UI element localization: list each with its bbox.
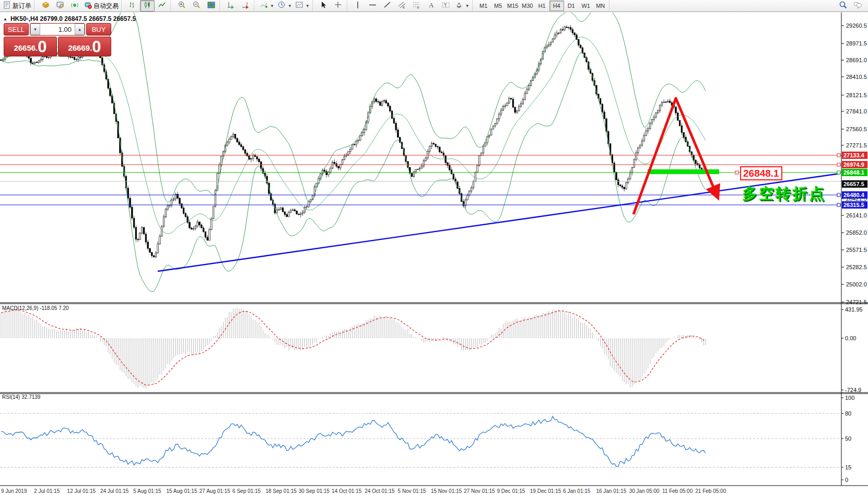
- zoom-out-button[interactable]: [189, 0, 204, 11]
- timeframe-h1-button[interactable]: H1: [535, 1, 549, 11]
- price-tick-label: 27271.5: [846, 142, 867, 148]
- date-tick-label: 5 Aug 01:15: [133, 488, 161, 494]
- date-tick-label: 6 Jan 01:15: [563, 488, 591, 494]
- timeframe-mn-button[interactable]: MN: [593, 1, 608, 11]
- rsi-line: [1, 417, 706, 467]
- chart-canvas: 29260.528971.528691.028410.528121.527841…: [0, 13, 868, 495]
- crosshair-button[interactable]: [331, 0, 346, 11]
- auto-scroll-button[interactable]: [224, 0, 238, 11]
- volume-input[interactable]: 1.00: [40, 24, 75, 35]
- price-marker-label: 26848.1: [843, 169, 864, 176]
- auto-scroll-icon: [227, 1, 236, 11]
- macd-axis-label: -724.9: [845, 387, 861, 393]
- svg-text:T: T: [444, 3, 447, 8]
- timeframe-m5-button[interactable]: M5: [491, 1, 506, 11]
- sell-price-button[interactable]: 26656.0: [4, 37, 57, 56]
- channel-button[interactable]: E: [395, 0, 409, 11]
- line-handle[interactable]: [837, 203, 840, 206]
- indicators-icon: [260, 1, 268, 11]
- community-button[interactable]: [850, 0, 865, 11]
- price-tick-label: 29260.5: [846, 22, 867, 29]
- new-order-icon: [3, 1, 11, 11]
- line-chart-button[interactable]: [155, 0, 169, 11]
- text-button[interactable]: A: [424, 0, 439, 11]
- zoom-in-button[interactable]: [174, 0, 189, 11]
- signals-button[interactable]: [67, 0, 82, 11]
- price-tick-label: 24721.5: [846, 299, 867, 305]
- sell-button[interactable]: SELL: [4, 23, 29, 36]
- price-level-callout[interactable]: 26848.1: [740, 166, 782, 180]
- date-tick-label: 9 Jun 2019: [1, 488, 27, 494]
- volume-increase-button[interactable]: ▲: [75, 24, 85, 35]
- candle-chart-button[interactable]: [140, 0, 155, 11]
- hline-button[interactable]: [366, 0, 380, 11]
- timeframe-h4-button[interactable]: H4: [549, 1, 564, 11]
- cursor-button[interactable]: [316, 0, 331, 11]
- turning-point-annotation[interactable]: 多空转折点: [742, 183, 826, 204]
- timeframe-w1-button[interactable]: W1: [579, 1, 593, 11]
- terminal-button[interactable]: [53, 0, 67, 11]
- line-handle[interactable]: [837, 163, 840, 166]
- toolbar-separator: [609, 1, 612, 11]
- chart-shift-button[interactable]: [238, 0, 253, 11]
- hline-icon: [368, 1, 377, 11]
- date-tick-label: 6 Sep 01:15: [232, 488, 261, 494]
- new-order-label: 新订单: [13, 2, 31, 10]
- bollinger-middle-band: [1, 37, 706, 234]
- dropdown-arrow-icon: ▼: [465, 4, 470, 8]
- timeframe-m15-button[interactable]: M15: [506, 1, 520, 11]
- market-watch-icon: [41, 1, 50, 11]
- price-tick-label: 28971.5: [846, 40, 867, 47]
- indicators-button[interactable]: ▼: [258, 0, 276, 11]
- line-handle[interactable]: [837, 171, 840, 174]
- autotrading-icon: [84, 1, 92, 11]
- bar-chart-button[interactable]: [125, 0, 140, 11]
- one-click-trade-panel: SELL ▼ 1.00 ▲ BUY 26656.0 26669.0: [4, 23, 111, 56]
- rsi-indicator-label: RSI(14) 32.7139: [2, 394, 40, 400]
- text-icon: A: [427, 1, 436, 11]
- rsi-axis-label: 0: [845, 477, 848, 483]
- dropdown-arrow-icon: ▼: [270, 4, 274, 8]
- timeframe-d1-button[interactable]: D1: [564, 1, 579, 11]
- line-handle[interactable]: [837, 193, 840, 197]
- buy-price-button[interactable]: 26669.0: [58, 37, 111, 56]
- chart-area[interactable]: 29260.528971.528691.028410.528121.527841…: [0, 13, 868, 495]
- line-chart-icon: [158, 1, 167, 11]
- ascending-trendline[interactable]: [158, 174, 840, 271]
- timeframe-m30-button[interactable]: M30: [520, 1, 535, 11]
- macd-pane: [1, 307, 706, 388]
- terminal-icon: [56, 1, 65, 11]
- date-tick-label: 5 Nov 01:15: [398, 488, 426, 494]
- price-marker-label: 26974.9: [843, 162, 864, 168]
- vline-button[interactable]: [351, 0, 366, 11]
- chart-expand-icon[interactable]: ▲: [3, 17, 7, 21]
- new-order-button[interactable]: 新订单: [1, 0, 33, 11]
- dropdown-arrow-icon: ▼: [306, 4, 310, 8]
- callout-anchor-handle[interactable]: [735, 171, 738, 174]
- date-tick-label: 24 Jul 01:15: [100, 488, 129, 494]
- buy-button[interactable]: BUY: [86, 23, 111, 36]
- text-label-button[interactable]: T: [439, 0, 453, 11]
- toolbar-separator: [121, 1, 124, 11]
- date-tick-label: 15 Aug 01:15: [167, 488, 197, 494]
- market-watch-button[interactable]: [38, 0, 53, 11]
- timeframe-m1-button[interactable]: M1: [476, 1, 491, 11]
- arrows-icon: [455, 1, 464, 11]
- zoom-in-icon: [178, 1, 186, 11]
- periods-button[interactable]: ▼: [276, 0, 294, 11]
- rsi-axis-label: 80: [845, 410, 851, 417]
- trendline-button[interactable]: [380, 0, 395, 11]
- signals-icon: [71, 1, 79, 11]
- autotrading-button[interactable]: 自动交易: [82, 0, 120, 11]
- date-tick-label: 24 Oct 01:15: [365, 488, 395, 494]
- price-marker-label: 27133.4: [843, 152, 865, 158]
- arrows-button[interactable]: ▼: [453, 0, 471, 11]
- bar-chart-icon: [128, 1, 137, 11]
- volume-decrease-button[interactable]: ▼: [30, 24, 40, 35]
- line-handle[interactable]: [837, 154, 840, 157]
- templates-button[interactable]: ▼: [294, 0, 311, 11]
- fibonacci-button[interactable]: F: [409, 0, 424, 11]
- toolbar-separator: [472, 1, 475, 11]
- search-button[interactable]: [836, 0, 850, 11]
- tile-windows-button[interactable]: [204, 0, 218, 11]
